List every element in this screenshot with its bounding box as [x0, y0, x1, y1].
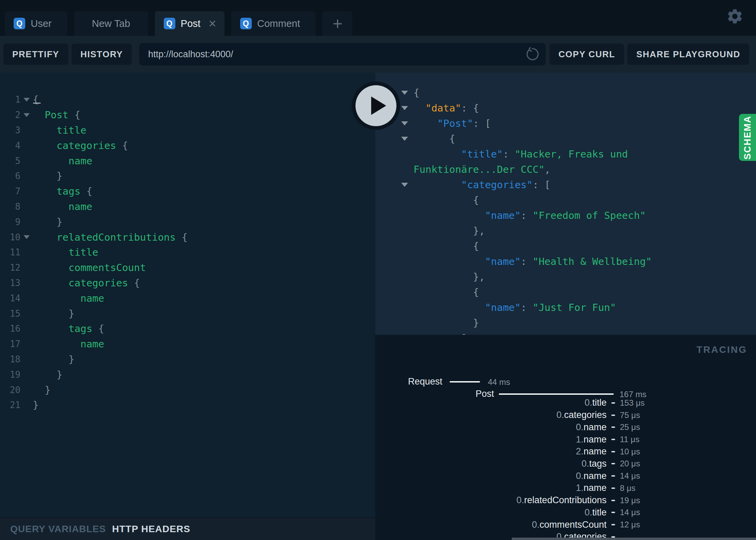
new-tab-button[interactable]: + — [322, 11, 352, 36]
endpoint-url-input[interactable] — [139, 43, 546, 65]
tab-comment[interactable]: QComment — [231, 11, 316, 36]
json-text: "name": "Freedom of Speech" — [413, 210, 646, 221]
code-text: } — [33, 399, 39, 411]
code-text: } — [33, 369, 62, 380]
tracing-row: 1.name11 μs — [375, 433, 756, 446]
copy-curl-button[interactable]: COPY CURL — [550, 44, 624, 65]
json-text: { — [413, 87, 419, 99]
duration-bar — [611, 512, 615, 513]
tracing-field-label: 1.name — [375, 483, 607, 493]
fold-arrow-icon[interactable] — [20, 235, 33, 239]
editor-line: 9 } — [0, 214, 375, 229]
json-text: }, — [413, 271, 485, 283]
duration-bar — [611, 463, 615, 464]
code-text: } — [33, 170, 62, 182]
json-text: Funktionäre...Der CCC", — [413, 164, 551, 175]
response-line: Funktionäre...Der CCC", — [375, 162, 756, 177]
json-text: "name": "Just For Fun" — [413, 302, 616, 313]
json-text: } — [413, 317, 479, 329]
line-number: 11 — [0, 247, 20, 257]
tab-label: Post — [181, 18, 201, 29]
horizontal-scrollbar[interactable] — [512, 538, 756, 540]
duration-bar — [611, 426, 615, 428]
line-number: 15 — [0, 309, 20, 319]
share-playground-button[interactable]: SHARE PLAYGROUND — [627, 44, 749, 65]
code-text: tags { — [33, 185, 92, 197]
tracing-request-row: Request 44 ms — [375, 376, 756, 387]
tracing-row: 0.name25 μs — [375, 421, 756, 433]
json-text: "data": { — [413, 102, 479, 114]
duration-bar — [611, 487, 615, 489]
tab-post[interactable]: QPost× — [155, 11, 224, 36]
tracing-row: 1.name8 μs — [375, 482, 756, 494]
json-text: { — [413, 133, 455, 145]
response-line: "name": "Health & Wellbeing" — [375, 254, 756, 269]
collapse-triangle — [401, 91, 408, 95]
request-bar — [450, 381, 480, 382]
line-number: 4 — [0, 140, 20, 151]
code-text: } — [33, 354, 74, 365]
tab-list: QUserNew TabQPost×QComment+ — [5, 11, 352, 36]
collapse-arrow-icon[interactable] — [375, 137, 413, 141]
code-text: } — [33, 308, 74, 319]
reload-icon[interactable] — [524, 46, 540, 63]
line-number: 14 — [0, 293, 20, 303]
line-number: 1 — [0, 94, 20, 105]
query-editor-pane[interactable]: 1{2 Post {3 title4 categories {5 name6 }… — [0, 73, 375, 518]
response-line: }, — [375, 223, 756, 238]
collapse-arrow-icon[interactable] — [375, 183, 413, 187]
tracing-field-label: 0.categories — [375, 410, 607, 420]
line-number: 8 — [0, 201, 20, 212]
code-text: tags { — [33, 323, 104, 334]
editor-line: 2 Post { — [0, 107, 375, 123]
response-line: { — [375, 131, 756, 146]
editor-line: 14 name — [0, 290, 375, 306]
prettify-button[interactable]: PRETTIFY — [3, 44, 68, 65]
editor-line: 11 title — [0, 245, 375, 260]
response-line: { — [375, 284, 756, 300]
duration-value: 19 μs — [620, 496, 640, 505]
editor-line: 19 } — [0, 367, 375, 382]
close-icon[interactable]: × — [209, 17, 216, 30]
duration-bar — [611, 439, 615, 440]
code-text: name — [33, 201, 92, 212]
tracing-panel: TRACING Request 44 ms Post 167 ms 0.titl… — [375, 335, 756, 540]
tracing-row: 0.relatedContributions19 μs — [375, 494, 756, 507]
code-text: Post { — [33, 109, 81, 121]
tab-user[interactable]: QUser — [5, 11, 67, 36]
editor-line: 18 } — [0, 352, 375, 367]
code-text: title — [33, 124, 86, 136]
text-cursor — [33, 103, 41, 104]
response-json-lines: { "data": { "Post": [ { "title": "Hacker… — [375, 73, 756, 335]
tracing-field-label: 0.title — [375, 397, 607, 408]
line-number: 13 — [0, 278, 20, 288]
http-headers-tab[interactable]: HTTP HEADERS — [112, 524, 190, 535]
tab-new-tab[interactable]: New Tab — [74, 11, 148, 36]
settings-gear-icon[interactable] — [726, 7, 744, 27]
fold-arrow-icon[interactable] — [20, 113, 33, 117]
tab-label: User — [31, 18, 52, 29]
execute-query-button[interactable] — [352, 81, 400, 130]
duration-value: 8 μs — [620, 483, 636, 493]
tracing-request-label: Request — [408, 376, 442, 387]
query-variables-tab[interactable]: QUERY VARIABLES — [10, 524, 106, 535]
history-button[interactable]: HISTORY — [72, 44, 132, 65]
query-editor-lines: 1{2 Post {3 title4 categories {5 name6 }… — [0, 73, 375, 413]
duration-value: 14 μs — [620, 508, 640, 517]
play-icon — [371, 96, 386, 115]
line-number: 19 — [0, 370, 20, 380]
editor-line: 16 tags { — [0, 321, 375, 336]
editor-line: 21} — [0, 397, 375, 413]
editor-line: 1{ — [0, 92, 375, 107]
editor-line: 5 name — [0, 153, 375, 168]
tracing-field-label: 0.commentsCount — [375, 520, 607, 530]
json-text: "title": "Hacker, Freaks und — [413, 148, 628, 160]
schema-sidebar-tab[interactable]: SCHEMA — [739, 114, 756, 161]
collapse-triangle — [401, 106, 408, 110]
line-number: 18 — [0, 354, 20, 364]
fold-arrow-icon[interactable] — [20, 98, 33, 102]
response-line: "Post": [ — [375, 116, 756, 131]
response-line: ] — [375, 330, 756, 335]
query-badge-icon: Q — [14, 18, 25, 29]
json-text: ] — [413, 332, 467, 335]
